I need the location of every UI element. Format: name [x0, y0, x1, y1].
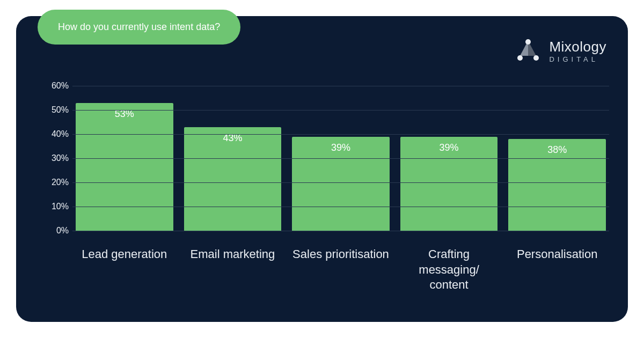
- plot-area: 53%43%39%39%38%: [72, 86, 609, 231]
- bar: 53%: [76, 103, 173, 231]
- grid-line: [72, 110, 609, 111]
- y-tick-label: 10%: [43, 202, 69, 211]
- y-tick-label: 50%: [43, 105, 69, 115]
- bar-value-label: 39%: [292, 142, 390, 153]
- x-axis-label: Email marketing: [184, 247, 282, 293]
- brand-sub: DIGITAL: [549, 56, 606, 63]
- brand-logo: Mixology DIGITAL: [515, 38, 606, 64]
- x-axis-label: Sales prioritisation: [292, 247, 390, 293]
- grid-line: [72, 86, 609, 86]
- y-tick-label: 20%: [43, 178, 69, 187]
- x-axis-label: Personalisation: [508, 247, 606, 293]
- y-tick-label: 40%: [43, 129, 69, 139]
- svg-point-1: [517, 55, 523, 61]
- bar-chart: 53%43%39%39%38% 0%10%20%30%40%50%60%: [43, 86, 609, 231]
- brand-text: Mixology DIGITAL: [549, 40, 606, 63]
- brand-name: Mixology: [549, 40, 606, 54]
- bar: 38%: [508, 139, 606, 231]
- svg-point-2: [533, 55, 539, 61]
- y-tick-label: 60%: [43, 81, 69, 91]
- chart-title: How do you currently use intent data?: [58, 21, 220, 32]
- chart-card: How do you currently use intent data? Mi…: [16, 16, 628, 322]
- grid-line: [72, 134, 609, 135]
- y-tick-label: 0%: [43, 226, 69, 236]
- x-axis-label: Lead generation: [76, 247, 173, 293]
- x-axis-labels: Lead generationEmail marketingSales prio…: [72, 247, 609, 293]
- grid-line: [72, 231, 609, 231]
- brand-mark-icon: [515, 38, 541, 64]
- bar-value-label: 39%: [400, 142, 498, 153]
- bar: 39%: [400, 137, 498, 231]
- grid-line: [72, 182, 609, 183]
- y-tick-label: 30%: [43, 153, 69, 163]
- bar: 39%: [292, 137, 390, 231]
- chart-title-pill: How do you currently use intent data?: [38, 10, 240, 45]
- bar: 43%: [184, 127, 282, 231]
- grid-line: [72, 158, 609, 159]
- svg-point-0: [525, 39, 531, 45]
- grid-line: [72, 207, 609, 207]
- x-axis-label: Crafting messaging/ content: [400, 247, 498, 293]
- bar-value-label: 38%: [508, 144, 606, 156]
